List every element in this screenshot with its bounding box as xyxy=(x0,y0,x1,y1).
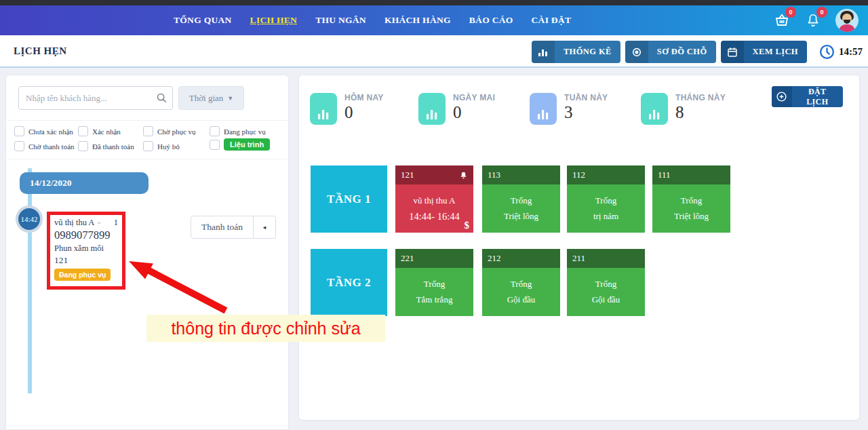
filter-huy-bo: Huỷ bỏ xyxy=(143,141,180,151)
room-number: 112 xyxy=(572,165,585,184)
statistics-button[interactable]: THỐNG KÊ xyxy=(532,41,620,63)
nav-item-cai-dat[interactable]: CÀI ĐẶT xyxy=(532,15,572,26)
room-service: Tắm trắng xyxy=(416,294,453,305)
stat-thang-nay: THÁNG NÀY 8 xyxy=(641,93,726,125)
clock-icon xyxy=(818,43,835,60)
filter-xac-nhan: Xác nhận xyxy=(78,126,121,136)
room-header: 211 xyxy=(567,249,645,268)
time-filter-label: Thời gian xyxy=(189,93,224,104)
customer-name: vũ thị thu A xyxy=(54,218,94,228)
nav-item-lich-hen[interactable]: LỊCH HẸN xyxy=(250,15,298,26)
search-icon[interactable] xyxy=(156,92,167,104)
treatment-badge[interactable]: Liệu trình xyxy=(224,138,270,151)
stat-hom-nay: HÔM NAY 0 xyxy=(310,93,384,125)
pay-more-button[interactable]: ◂ xyxy=(254,216,276,239)
filter-cho-thanh-toan: Chờ thanh toán xyxy=(14,141,75,151)
checkbox-label: Huỷ bỏ xyxy=(157,142,180,151)
stat-label: HÔM NAY xyxy=(344,93,384,102)
search-input[interactable] xyxy=(18,86,173,110)
mini-bar-chart-icon xyxy=(641,93,668,125)
checkbox[interactable] xyxy=(143,126,153,136)
nav-right-icons: 0 0 xyxy=(773,5,859,35)
pay-button-group: Thanh toán ◂ xyxy=(191,216,276,239)
bar-chart-icon xyxy=(532,41,555,63)
annotation-text: thông tin được chỉnh sửa xyxy=(146,315,385,342)
rooms-panel: HÔM NAY 0 NGÀY MAI 0 TUẦN NÀY 3 xyxy=(298,75,860,421)
room-number: 111 xyxy=(658,165,671,184)
caret-left-icon: ◂ xyxy=(263,224,267,231)
view-calendar-button[interactable]: XEM LỊCH xyxy=(721,41,807,63)
statistics-label: THỐNG KÊ xyxy=(555,47,620,57)
divider xyxy=(7,120,288,121)
checkbox[interactable] xyxy=(210,140,220,150)
room-number: 113 xyxy=(488,165,500,184)
checkbox-label: Chờ thanh toán xyxy=(28,142,75,151)
seat-map-button[interactable]: SƠ ĐỒ CHỖ xyxy=(625,41,716,63)
cart-button[interactable]: 0 xyxy=(773,12,791,29)
room-112[interactable]: 112 Trống trị nám xyxy=(567,165,645,233)
nav-item-thu-ngan[interactable]: THU NGÂN xyxy=(315,15,366,26)
checkbox[interactable] xyxy=(210,126,220,136)
room-header: 112 xyxy=(567,165,645,184)
room-header: 121 xyxy=(395,165,473,184)
stat-value: 0 xyxy=(344,104,384,121)
divider xyxy=(7,159,288,159)
book-appointment-button[interactable]: ĐẶT LỊCH xyxy=(772,86,843,107)
nav-item-khach-hang[interactable]: KHÁCH HÀNG xyxy=(384,15,451,26)
calendar-icon xyxy=(721,41,744,63)
room-number: 211 xyxy=(572,249,585,268)
room-number: 212 xyxy=(488,249,501,268)
book-appointment-label: ĐẶT LỊCH xyxy=(792,87,843,107)
truncated-text: 1 xyxy=(114,218,118,228)
nav-menu: TỔNG QUAN LỊCH HẸN THU NGÂN KHÁCH HÀNG B… xyxy=(174,5,571,35)
time-filter-dropdown[interactable]: Thời gian ▼ xyxy=(178,86,244,110)
mini-bar-chart-icon xyxy=(310,93,337,125)
room-212[interactable]: 212 Trống Gội đầu xyxy=(482,249,560,316)
checkbox[interactable] xyxy=(78,126,88,136)
stat-tuan-nay: TUẦN NÀY 3 xyxy=(530,93,608,125)
checkbox[interactable] xyxy=(143,141,153,151)
room-body: Trống trị nám xyxy=(567,184,645,233)
checkbox[interactable] xyxy=(78,141,88,151)
room-body: vũ thị thu A 14:44- 16:44 $ xyxy=(395,184,473,233)
appointments-sidebar: Thời gian ▼ Chưa xác nhận Xác nhận Chờ p… xyxy=(5,75,289,430)
checkbox[interactable] xyxy=(14,141,24,151)
filter-dang-phuc-vu: Đang phục vụ xyxy=(210,126,266,136)
avatar-beard xyxy=(844,20,850,24)
room-status: Trống xyxy=(511,195,532,206)
stat-label: NGÀY MAI xyxy=(453,93,495,102)
user-avatar[interactable] xyxy=(835,9,859,32)
room-113[interactable]: 113 Trống Triệt lông xyxy=(482,165,560,233)
checkbox-label: Chờ phục vụ xyxy=(157,128,196,136)
stat-value: 3 xyxy=(564,104,608,121)
filter-lieu-trinh: Liệu trình xyxy=(210,138,270,151)
checkbox-label: Đang phục vụ xyxy=(224,128,266,136)
notifications-button[interactable]: 0 xyxy=(804,12,822,29)
nav-item-bao-cao[interactable]: BÁO CÁO xyxy=(469,15,513,26)
app-root: TỔNG QUAN LỊCH HẸN THU NGÂN KHÁCH HÀNG B… xyxy=(0,0,868,430)
room-service: Triệt lông xyxy=(504,211,538,222)
floor-1-block: TẦNG 1 xyxy=(311,165,387,233)
room-number: 121 xyxy=(401,165,414,184)
cart-badge: 0 xyxy=(785,7,796,18)
checkbox[interactable] xyxy=(14,126,24,136)
room-service: Gội đầu xyxy=(507,294,536,305)
floor-2-block: TẦNG 2 xyxy=(311,249,387,316)
mini-bar-chart-icon xyxy=(418,93,446,125)
seat-map-label: SƠ ĐỒ CHỖ xyxy=(648,47,716,57)
checkbox-label: Chưa xác nhận xyxy=(28,128,73,136)
room-header: 111 xyxy=(652,165,730,184)
room-221[interactable]: 221 Trống Tắm trắng xyxy=(395,249,473,316)
room-111[interactable]: 111 Trống Triệt lông xyxy=(652,165,730,233)
room-121[interactable]: 121 vũ thị thu A 14:44- 16:44 $ xyxy=(395,165,473,233)
filter-chua-xac-nhan: Chưa xác nhận xyxy=(14,126,73,136)
checkbox-label: Đã thanh toán xyxy=(92,142,134,151)
appointment-card[interactable]: vũ thị thu A 1 0989077899 Phun xăm môi 1… xyxy=(47,212,125,290)
pay-button[interactable]: Thanh toán xyxy=(191,216,254,239)
nav-item-tong-quan[interactable]: TỔNG QUAN xyxy=(174,15,232,26)
room-header: 221 xyxy=(395,249,473,268)
room-service: trị nám xyxy=(593,211,618,222)
window-top-strip xyxy=(0,0,868,5)
room-211[interactable]: 211 Trống Gội đầu xyxy=(567,249,645,316)
page-header: LỊCH HẸN THỐNG KÊ SƠ ĐỒ CHỖ XEM LỊCH xyxy=(0,35,868,68)
